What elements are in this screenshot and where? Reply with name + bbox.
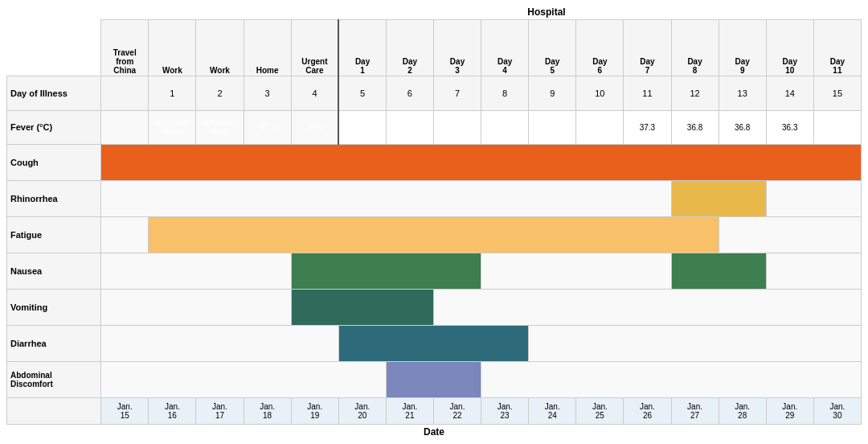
rhinorrhea-row: Rhinorrhea (7, 181, 862, 217)
diarrhea-empty1 (101, 325, 339, 361)
col-work2: Work (196, 20, 244, 76)
col-day8: Day8 (671, 20, 719, 76)
illness-day-6: 6 (386, 76, 433, 111)
fever-5: 39.0 (338, 110, 386, 145)
nausea-empty3 (766, 253, 861, 290)
nausea-bar2 (671, 253, 766, 290)
date-jan25: Jan.25 (576, 397, 624, 424)
date-jan27: Jan.27 (671, 397, 719, 424)
col-day7: Day7 (624, 20, 671, 76)
col-urgent: UrgentCare (291, 20, 338, 76)
cough-row: Cough (7, 145, 862, 181)
date-jan23: Jan.23 (481, 397, 529, 424)
date-jan30: Jan.30 (813, 397, 861, 424)
abdominal-label: AbdominalDiscomfort (7, 361, 101, 397)
fever-12: 36.8 (671, 110, 719, 145)
abdominal-empty2 (481, 361, 862, 397)
fever-1: Subjective fever (149, 110, 196, 145)
date-jan26: Jan.26 (624, 397, 671, 424)
date-jan16: Jan.16 (149, 397, 196, 424)
rhinorrhea-bar (671, 181, 766, 217)
col-day2: Day2 (386, 20, 433, 76)
diarrhea-bar (338, 325, 528, 361)
abdominal-bar (386, 361, 481, 397)
col-day6: Day6 (576, 20, 624, 76)
fever-9: 38.8 (529, 110, 576, 145)
fever-4: 37.9 (291, 110, 338, 145)
illness-day-4: 4 (291, 76, 338, 111)
illness-day-7: 7 (433, 76, 481, 111)
date-jan24: Jan.24 (529, 397, 576, 424)
fever-8: 39.4 (481, 110, 529, 145)
vomiting-label: Vomiting (7, 289, 101, 325)
cough-bar (101, 145, 862, 181)
fatigue-label: Fatigue (7, 217, 101, 253)
illness-day-15: 15 (813, 76, 861, 111)
date-jan17: Jan.17 (196, 397, 244, 424)
fever-14: 36.3 (766, 110, 813, 145)
diarrhea-empty2 (529, 325, 862, 361)
date-jan19: Jan.19 (291, 397, 338, 424)
date-jan20: Jan.20 (338, 397, 386, 424)
diarrhea-label: Diarrhea (7, 325, 101, 361)
date-jan21: Jan.21 (386, 397, 433, 424)
col-work1: Work (149, 20, 196, 76)
fatigue-row: Fatigue (7, 217, 862, 253)
fatigue-bar (149, 217, 719, 253)
chart-container: Hospital TravelfromChina Work Work Home … (0, 0, 868, 444)
date-jan28: Jan.28 (719, 397, 766, 424)
vomiting-empty1 (101, 289, 291, 325)
fever-2: Subjective fever (196, 110, 244, 145)
illness-day-0 (101, 76, 149, 111)
illness-day-2: 2 (196, 76, 244, 111)
illness-day-13: 13 (719, 76, 766, 111)
illness-day-row: Day of Illness 1 2 3 4 5 6 7 8 9 10 11 1… (7, 76, 862, 111)
fever-6: 39.4 (386, 110, 433, 145)
col-day1: Day1 (338, 20, 386, 76)
fever-7: 39.1 (433, 110, 481, 145)
rhinorrhea-empty2 (766, 181, 861, 217)
cough-label: Cough (7, 145, 101, 181)
diarrhea-row: Diarrhea (7, 325, 862, 361)
fever-3: 37.2 (244, 110, 291, 145)
main-table: TravelfromChina Work Work Home UrgentCar… (6, 19, 862, 425)
illness-day-10: 10 (576, 76, 624, 111)
fever-0 (101, 110, 149, 145)
nausea-bar1 (291, 253, 481, 290)
fatigue-empty2 (719, 217, 861, 253)
nausea-row: Nausea (7, 253, 862, 290)
fever-row: Fever (°C) Subjective fever Subjective f… (7, 110, 862, 145)
vomiting-bar (291, 289, 433, 325)
abdominal-empty1 (101, 361, 387, 397)
fever-10: 39.4 (576, 110, 624, 145)
col-day11: Day11 (813, 20, 861, 76)
x-axis-title: Date (6, 426, 862, 438)
col-day4: Day4 (481, 20, 529, 76)
nausea-empty1 (101, 253, 291, 290)
col-travel: TravelfromChina (101, 20, 149, 76)
date-row: Jan.15 Jan.16 Jan.17 Jan.18 Jan.19 Jan.2… (7, 397, 862, 424)
fatigue-empty1 (101, 217, 149, 253)
nausea-empty2 (481, 253, 671, 290)
date-jan15: Jan.15 (101, 397, 149, 424)
illness-day-8: 8 (481, 76, 529, 111)
col-day10: Day10 (766, 20, 813, 76)
illness-day-12: 12 (671, 76, 719, 111)
label-col-header (7, 20, 101, 76)
fever-15 (813, 110, 861, 145)
rhinorrhea-label: Rhinorrhea (7, 181, 101, 217)
date-jan18: Jan.18 (244, 397, 291, 424)
fever-11: 37.3 (624, 110, 671, 145)
illness-day-5: 5 (338, 76, 386, 111)
date-jan29: Jan.29 (766, 397, 813, 424)
col-day5: Day5 (529, 20, 576, 76)
vomiting-row: Vomiting (7, 289, 862, 325)
abdominal-row: AbdominalDiscomfort (7, 361, 862, 397)
hospital-label: Hospital (231, 6, 862, 18)
illness-day-9: 9 (529, 76, 576, 111)
fever-13: 36.8 (719, 110, 766, 145)
vomiting-empty2 (433, 289, 861, 325)
col-home: Home (244, 20, 291, 76)
illness-day-14: 14 (766, 76, 813, 111)
nausea-label: Nausea (7, 253, 101, 290)
